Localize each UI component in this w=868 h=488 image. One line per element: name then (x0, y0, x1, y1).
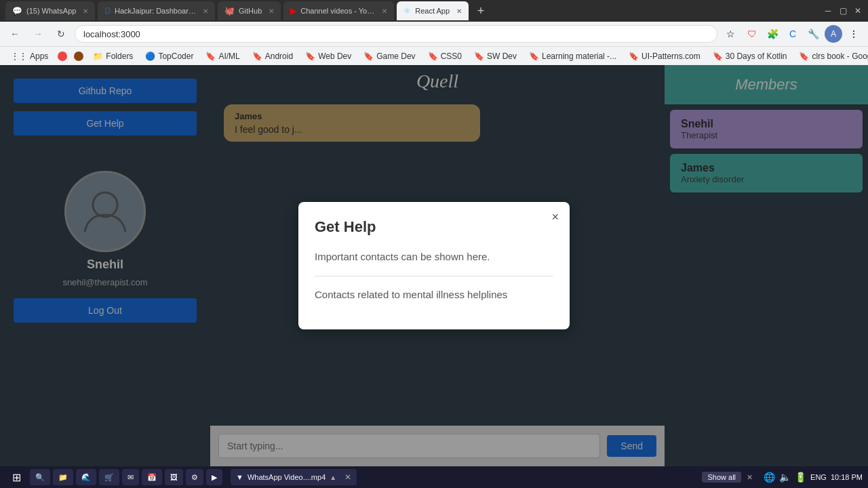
bookmark-swdev[interactable]: 🔖 SW Dev (469, 50, 522, 62)
system-tray: 🌐 🔈 🔋 ENG 10:18 PM (764, 472, 863, 483)
apps-icon: ⋮⋮ (11, 52, 27, 61)
taskbar-mail[interactable]: ✉ (122, 469, 139, 485)
bm-label: UI-Patterns.com (642, 52, 701, 61)
app-content: Github Repo Get Help Snehil snehil@thera… (0, 65, 868, 466)
bm-label: TopCoder (158, 52, 193, 61)
bm-label: clrs book - Google... (812, 52, 868, 61)
tab-favicon: 🐙 (224, 6, 235, 16)
close-icon[interactable]: ✕ (853, 6, 863, 16)
url-bar[interactable]: localhost:3000 (75, 25, 717, 43)
get-help-modal: Get Help × Important contacts can be sho… (298, 202, 570, 329)
tab-whatsapp[interactable]: 💬 (15) WhatsApp ✕ (5, 1, 95, 20)
url-text: localhost:3000 (83, 29, 140, 39)
tab-favicon: ▶ (290, 6, 296, 16)
more-options-icon[interactable]: ⋮ (845, 25, 863, 43)
bookmark-gamedev[interactable]: 🔖 Game Dev (358, 50, 420, 62)
taskbar-edge[interactable]: 🌊 (76, 469, 96, 485)
taskbar: ⊞ 🔍 📁 🌊 🛒 ✉ 📅 🖼 ⚙ ▶ ▼ WhatsApp Video....… (0, 466, 868, 488)
tab-youtube[interactable]: ▶ Channel videos - YouTube Studio ✕ (283, 1, 394, 20)
maximize-icon[interactable]: ▢ (838, 6, 848, 16)
circle-icon-red (58, 52, 67, 61)
taskbar-store[interactable]: 🛒 (99, 469, 119, 485)
modal-close-button[interactable]: × (551, 210, 559, 224)
taskbar-settings[interactable]: ⚙ (186, 469, 203, 485)
bm-label: SW Dev (487, 52, 517, 61)
bookmark-brown[interactable] (71, 50, 86, 62)
bookmark-clrs[interactable]: 🔖 clrs book - Google... (793, 50, 868, 62)
bookmark-folders[interactable]: 📁 Folders (87, 50, 138, 62)
bm-label: Android (265, 52, 293, 61)
new-tab-button[interactable]: + (471, 1, 490, 20)
modal-divider (315, 276, 553, 277)
bm-label: CSS0 (441, 52, 462, 61)
download-bar: ▼ WhatsApp Video....mp4 ▲ ✕ (231, 469, 357, 485)
battery-icon: 🔋 (795, 472, 806, 483)
bookmarks-bar: ⋮⋮ Apps 📁 Folders 🔵 TopCoder 🔖 AI/ML 🔖 A… (0, 46, 868, 65)
tab-close-icon[interactable]: ✕ (83, 7, 88, 15)
close-download-icon[interactable]: ✕ (747, 473, 753, 482)
tab-label: Channel videos - YouTube Studio (300, 7, 375, 15)
language-label: ENG (810, 473, 827, 481)
apps-bookmark[interactable]: ⋮⋮ Apps (5, 50, 54, 62)
modal-title: Get Help (315, 218, 553, 236)
tab-react[interactable]: ⚛ React App ✕ (397, 1, 469, 20)
bookmark-aiml[interactable]: 🔖 AI/ML (200, 50, 245, 62)
time-display: 10:18 PM (831, 473, 863, 481)
tab-label: GitHub (239, 7, 262, 15)
tab-close-icon[interactable]: ✕ (269, 7, 274, 15)
show-all-button[interactable]: Show all (702, 472, 741, 483)
tab-github[interactable]: 🐙 GitHub ✕ (218, 1, 281, 20)
ext-icon-2: 🧩 (764, 25, 781, 43)
bm-label: Game Dev (376, 52, 415, 61)
bm-label: Learning material -... (542, 52, 616, 61)
tab-close-icon[interactable]: ✕ (382, 7, 387, 15)
bm-label: AI/ML (218, 52, 239, 61)
taskbar-file-explorer[interactable]: 📁 (53, 469, 73, 485)
download-close-icon[interactable]: ✕ (344, 472, 351, 482)
taskbar-search[interactable]: 🔍 (30, 469, 50, 485)
nav-bar: ← → ↻ localhost:3000 ☆ 🛡 🧩 C 🔧 A ⋮ (0, 22, 868, 46)
tab-close-icon[interactable]: ✕ (203, 7, 208, 15)
tab-label: React App (415, 7, 450, 15)
profile-icon[interactable]: A (825, 25, 842, 43)
modal-line2: Contacts related to mental illness helpl… (315, 287, 553, 303)
bookmark-android[interactable]: 🔖 Android (247, 50, 298, 62)
bookmark-ui[interactable]: 🔖 UI-Patterns.com (623, 50, 706, 62)
browser-chrome: 💬 (15) WhatsApp ✕ D HackJaipur: Dashboar… (0, 0, 868, 65)
bookmark-red[interactable] (55, 50, 70, 62)
extension-icons: 🛡 🧩 C 🔧 A ⋮ (743, 25, 863, 43)
minimize-icon[interactable]: ─ (823, 6, 833, 16)
reload-button[interactable]: ↻ (52, 24, 71, 43)
tab-favicon: ⚛ (403, 6, 411, 16)
tab-favicon: D (104, 6, 111, 16)
forward-button[interactable]: → (28, 24, 47, 43)
back-button[interactable]: ← (5, 24, 24, 43)
download-icon: ▼ (236, 473, 243, 481)
modal-line1: Important contacts can be shown here. (315, 249, 553, 265)
ext-icon-3: C (784, 25, 802, 43)
download-filename: WhatsApp Video....mp4 (248, 473, 326, 481)
bm-label: 30 Days of Kotlin (726, 52, 787, 61)
tab-label: (15) WhatsApp (26, 7, 76, 15)
bookmark-topcoder[interactable]: 🔵 TopCoder (140, 50, 199, 62)
title-bar: 💬 (15) WhatsApp ✕ D HackJaipur: Dashboar… (0, 0, 868, 22)
taskbar-terminal[interactable]: ▶ (206, 469, 222, 485)
ext-icon-4: 🔧 (804, 25, 822, 43)
tab-devfolio[interactable]: D HackJaipur: Dashboard | Devfolio ✕ (98, 1, 215, 20)
taskbar-calendar[interactable]: 📅 (142, 469, 162, 485)
bookmark-kotlin[interactable]: 🔖 30 Days of Kotlin (707, 50, 793, 62)
start-button[interactable]: ⊞ (5, 469, 27, 485)
circle-icon-brown (74, 52, 83, 61)
taskbar-photos[interactable]: 🖼 (165, 469, 183, 485)
network-icon: 🌐 (764, 472, 775, 483)
windows-icon: ⊞ (12, 471, 21, 484)
bookmark-button[interactable]: ☆ (722, 25, 739, 43)
shield-icon: 🛡 (743, 25, 761, 43)
tab-close-icon[interactable]: ✕ (456, 7, 462, 15)
bookmark-learning[interactable]: 🔖 Learning material -... (524, 50, 622, 62)
bookmark-css0[interactable]: 🔖 CSS0 (422, 50, 467, 62)
download-chevron-icon[interactable]: ▲ (330, 474, 336, 481)
tab-favicon: 💬 (12, 6, 22, 16)
modal-overlay[interactable]: Get Help × Important contacts can be sho… (0, 65, 868, 466)
bookmark-webdev[interactable]: 🔖 Web Dev (300, 50, 357, 62)
